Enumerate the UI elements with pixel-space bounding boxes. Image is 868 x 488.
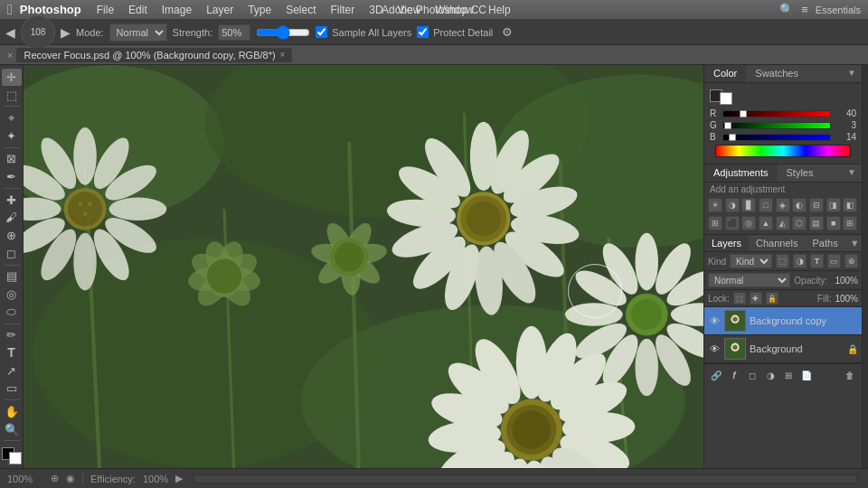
spectrum-bar[interactable] — [715, 145, 851, 157]
zoom-mode-icon[interactable]: ⊕ — [51, 473, 59, 484]
search-icon[interactable]: 🔍 — [779, 3, 794, 16]
lock-all-btn[interactable]: 🔒 — [766, 292, 778, 305]
fx-btn[interactable]: f — [726, 367, 742, 383]
tab-styles[interactable]: Styles — [778, 164, 823, 182]
kind-select[interactable]: Kind — [730, 254, 772, 268]
adj-color-balance[interactable]: ⊟ — [809, 198, 824, 212]
tab-paths[interactable]: Paths — [806, 235, 845, 251]
sample-all-label[interactable]: Sample All Layers — [316, 26, 411, 38]
b-thumb[interactable] — [729, 134, 736, 141]
progress-arrow[interactable]: ▶ — [175, 473, 183, 484]
adj-exposure[interactable]: □ — [759, 198, 773, 212]
tool-hand[interactable]: ✋ — [2, 403, 22, 420]
smart-filter-btn[interactable]: ⊕ — [844, 254, 858, 268]
adj-photo-filter[interactable]: ◧ — [843, 198, 857, 212]
layer-item-bg-copy[interactable]: 👁 Background copy — [704, 307, 862, 335]
adj-pattern[interactable]: ⊞ — [843, 216, 857, 230]
lock-pixels-btn[interactable]: ⬚ — [733, 292, 746, 305]
tool-lasso[interactable]: ⌖ — [2, 109, 22, 127]
lock-position-btn[interactable]: ✚ — [750, 292, 762, 305]
adj-filter-btn[interactable]: ◑ — [793, 254, 807, 268]
tab-layers[interactable]: Layers — [704, 235, 749, 251]
smartradius-icon[interactable]: ⚙ — [502, 25, 513, 39]
adj-hue-sat[interactable]: ◐ — [792, 198, 807, 212]
link-layers-btn[interactable]: 🔗 — [708, 367, 724, 383]
type-filter-btn[interactable]: T — [810, 254, 824, 268]
tab-x-icon[interactable]: × — [280, 50, 286, 60]
adj-invert[interactable]: ◎ — [741, 216, 756, 230]
adj-channel-mixer[interactable]: ⊞ — [708, 216, 722, 230]
adj-panel-collapse[interactable]: ▼ — [842, 164, 862, 182]
delete-layer-btn[interactable]: 🗑 — [842, 367, 858, 383]
strength-slider[interactable] — [256, 25, 310, 40]
g-thumb[interactable] — [724, 122, 731, 129]
adj-layer-btn[interactable]: ◑ — [762, 367, 778, 383]
color-swatches[interactable] — [2, 447, 22, 465]
image-info-icon[interactable]: ◉ — [66, 473, 75, 484]
tab-swatches[interactable]: Swatches — [746, 65, 807, 82]
add-mask-btn[interactable]: ◻ — [744, 367, 760, 383]
canvas-image[interactable] — [24, 65, 703, 468]
adj-curves[interactable]: ◑ — [725, 198, 740, 212]
bg-swatch[interactable] — [720, 92, 732, 105]
tool-brush[interactable]: 🖌 — [2, 209, 22, 226]
adj-gradient-map[interactable]: ▤ — [809, 216, 824, 230]
protect-detail-label[interactable]: Protect Detail — [417, 26, 493, 38]
tab-color[interactable]: Color — [704, 65, 746, 82]
adj-solid-color[interactable]: ■ — [826, 216, 841, 230]
adj-threshold[interactable]: ◭ — [776, 216, 790, 230]
horizontal-scrollbar[interactable] — [193, 474, 857, 483]
menu-help[interactable]: Help — [482, 2, 517, 18]
tab-close-icon[interactable]: × — [7, 50, 13, 61]
tab-adjustments[interactable]: Adjustments — [704, 164, 778, 182]
tool-blur[interactable]: ◎ — [2, 286, 22, 303]
panel-scrollbar[interactable] — [862, 65, 868, 468]
menu-select[interactable]: Select — [279, 2, 322, 18]
adj-color-lookup[interactable]: ⬛ — [725, 216, 740, 230]
tool-healing[interactable]: ✚ — [2, 192, 22, 209]
tool-dodge[interactable]: ⬭ — [2, 304, 22, 321]
layer-vis-bg[interactable]: 👁 — [708, 343, 721, 355]
new-layer-btn[interactable]: 📄 — [798, 367, 815, 383]
new-group-btn[interactable]: ⊞ — [780, 367, 797, 383]
adj-posterize[interactable]: ▲ — [759, 216, 773, 230]
color-panel-collapse[interactable]: ▼ — [842, 65, 862, 82]
background-color[interactable] — [9, 452, 22, 465]
b-slider[interactable] — [722, 134, 831, 141]
tool-text[interactable]: T — [2, 344, 22, 361]
shape-filter-btn[interactable]: ▭ — [827, 254, 841, 268]
tool-zoom[interactable]: 🔍 — [2, 421, 22, 438]
menu-layer[interactable]: Layer — [200, 2, 240, 18]
tool-gradient[interactable]: ▤ — [2, 267, 22, 285]
tool-arrow-left[interactable]: ◀ — [5, 25, 15, 40]
pixel-filter-btn[interactable]: ⬚ — [776, 254, 789, 268]
canvas-area[interactable] — [24, 65, 703, 468]
menu-edit[interactable]: Edit — [122, 2, 154, 18]
blend-mode-select[interactable]: Normal — [708, 273, 790, 287]
tool-eyedropper[interactable]: ✒ — [2, 168, 22, 185]
document-tab-active[interactable]: Recover Focus.psd @ 100% (Background cop… — [16, 48, 292, 62]
tool-path-select[interactable]: ↗ — [2, 362, 22, 380]
tool-arrow-right[interactable]: ▶ — [61, 25, 71, 40]
tool-pen[interactable]: ✏ — [2, 326, 22, 343]
menu-extras-icon[interactable]: ≡ — [801, 3, 808, 16]
workspace-label[interactable]: Essentials — [816, 5, 861, 15]
tool-move[interactable]: ✛ — [2, 69, 22, 86]
tool-magic-wand[interactable]: ✦ — [2, 127, 22, 145]
menu-type[interactable]: Type — [241, 2, 278, 18]
tool-crop[interactable]: ⊠ — [2, 151, 22, 168]
layer-item-bg[interactable]: 👁 Background 🔒 — [704, 335, 862, 363]
adj-brightness[interactable]: ☀ — [708, 198, 722, 212]
r-slider[interactable] — [722, 110, 831, 117]
protect-detail-checkbox[interactable] — [417, 26, 429, 38]
layer-vis-bg-copy[interactable]: 👁 — [708, 314, 721, 327]
tab-channels[interactable]: Channels — [749, 235, 805, 251]
menu-file[interactable]: File — [90, 2, 120, 18]
adj-selective-color[interactable]: ⬡ — [792, 216, 807, 230]
mode-select[interactable]: Normal — [109, 23, 167, 42]
tool-shape[interactable]: ▭ — [2, 380, 22, 397]
r-thumb[interactable] — [740, 110, 747, 117]
menu-image[interactable]: Image — [156, 2, 198, 18]
tool-marquee[interactable]: ⬚ — [2, 87, 22, 104]
sample-all-checkbox[interactable] — [316, 26, 327, 38]
